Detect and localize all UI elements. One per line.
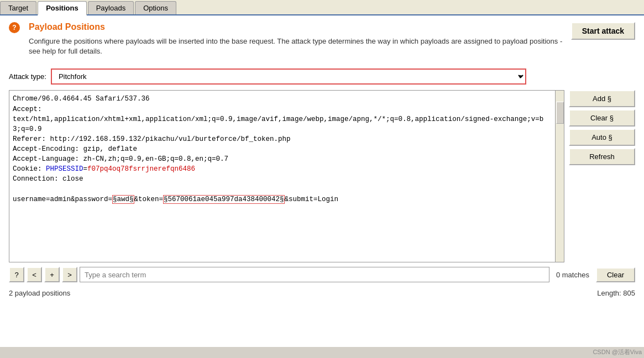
- attack-type-row: Attack type: Sniper Battering ram Pitchf…: [9, 69, 635, 85]
- clear-section-button[interactable]: Clear §: [569, 109, 635, 127]
- scrollbar-track[interactable]: [555, 91, 564, 262]
- search-input[interactable]: [80, 267, 549, 282]
- prev-button[interactable]: <: [27, 267, 42, 282]
- payload-positions-count: 2 payload positions: [9, 289, 70, 297]
- add-section-button[interactable]: Add §: [569, 90, 635, 107]
- help-search-button[interactable]: ?: [9, 267, 24, 282]
- clear-search-button[interactable]: Clear: [596, 267, 635, 282]
- tab-bar: Target Positions Payloads Options: [0, 0, 644, 15]
- auto-section-button[interactable]: Auto §: [569, 129, 635, 146]
- attack-type-select-wrapper[interactable]: Sniper Battering ram Pitchfork Cluster b…: [51, 69, 526, 85]
- length-label: Length: 805: [597, 289, 635, 297]
- watermark: CSDN @活着Viva: [0, 347, 644, 357]
- editor-content[interactable]: Chrome/96.0.4664.45 Safari/537.36 Accept…: [9, 91, 555, 262]
- start-attack-button[interactable]: Start attack: [571, 22, 635, 40]
- next-button[interactable]: >: [62, 267, 77, 282]
- cookie-key: PHPSESSID: [46, 165, 83, 173]
- tab-positions[interactable]: Positions: [38, 1, 87, 15]
- main-content: ? Payload Positions Configure the positi…: [0, 15, 644, 347]
- add-search-button[interactable]: +: [44, 267, 60, 282]
- cookie-value: f07pq4oq78fsrrjnerefqn6486: [87, 165, 195, 173]
- editor-inner: Chrome/96.0.4664.45 Safari/537.36 Accept…: [9, 91, 555, 262]
- section-description: Configure the positions where payloads w…: [29, 36, 571, 56]
- search-bar: ? < + > 0 matches Clear: [9, 267, 635, 282]
- editor-area: Chrome/96.0.4664.45 Safari/537.36 Accept…: [9, 90, 635, 262]
- matches-label: 0 matches: [552, 271, 594, 279]
- scrollbar-thumb[interactable]: [556, 102, 564, 124]
- side-buttons: Add § Clear § Auto § Refresh: [569, 90, 635, 262]
- help-icon[interactable]: ?: [9, 22, 20, 33]
- payload-marker-2: §5670061ae045a997da438400042§: [163, 195, 285, 204]
- attack-type-select[interactable]: Sniper Battering ram Pitchfork Cluster b…: [52, 70, 525, 83]
- tab-options[interactable]: Options: [135, 1, 176, 14]
- editor-with-scroll: Chrome/96.0.4664.45 Safari/537.36 Accept…: [9, 90, 564, 262]
- refresh-button[interactable]: Refresh: [569, 148, 635, 165]
- tab-target[interactable]: Target: [0, 1, 36, 14]
- request-body: username=admin&password=§awd§&token=§567…: [13, 195, 338, 204]
- section-title: Payload Positions: [29, 22, 571, 32]
- status-bar: 2 payload positions Length: 805: [9, 287, 635, 299]
- tab-payloads[interactable]: Payloads: [88, 1, 134, 14]
- attack-type-label: Attack type:: [9, 72, 46, 81]
- payload-marker-1: §awd§: [112, 195, 134, 204]
- header-row: ? Payload Positions Configure the positi…: [9, 22, 635, 63]
